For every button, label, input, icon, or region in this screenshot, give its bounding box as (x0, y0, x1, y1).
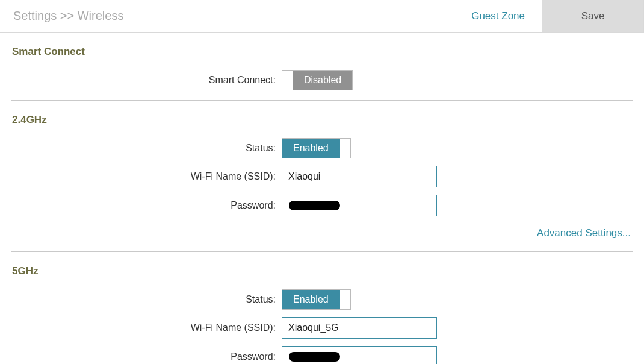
section-title-5ghz: 5GHz (11, 252, 633, 286)
top-bar: Settings >> Wireless Guest Zone Save (0, 0, 644, 33)
row-5-ssid: Wi-Fi Name (SSID): (11, 313, 633, 342)
input-24-ssid[interactable] (282, 166, 437, 187)
row-5-status: Status: Enabled (11, 286, 633, 313)
content-area: Smart Connect Smart Connect: Disabled 2.… (0, 33, 644, 364)
toggle-label: Disabled (293, 71, 352, 90)
input-24-password[interactable] (282, 195, 437, 216)
label-24-password: Password: (11, 200, 282, 211)
row-24-password: Password: (11, 191, 633, 220)
toggle-handle (339, 290, 350, 309)
section-title-24ghz: 2.4GHz (11, 101, 633, 134)
label-5-status: Status: (11, 294, 282, 305)
row-5-password: Password: (11, 342, 633, 364)
label-smart-connect: Smart Connect: (11, 75, 282, 86)
toggle-smart-connect[interactable]: Disabled (282, 70, 353, 90)
label-5-password: Password: (11, 351, 282, 362)
toggle-label: Enabled (282, 290, 339, 309)
toggle-label: Enabled (282, 139, 339, 158)
section-title-smart-connect: Smart Connect (11, 33, 633, 66)
input-5-ssid[interactable] (282, 317, 437, 339)
redacted-password-icon (289, 352, 340, 362)
breadcrumb: Settings >> Wireless (0, 0, 454, 32)
save-button[interactable]: Save (542, 0, 644, 32)
redacted-password-icon (289, 201, 340, 210)
label-24-ssid: Wi-Fi Name (SSID): (11, 171, 282, 182)
label-5-ssid: Wi-Fi Name (SSID): (11, 322, 282, 333)
row-smart-connect: Smart Connect: Disabled (11, 66, 633, 94)
row-24-ssid: Wi-Fi Name (SSID): (11, 162, 633, 191)
guest-zone-button[interactable]: Guest Zone (454, 0, 542, 32)
toggle-24-status[interactable]: Enabled (282, 138, 351, 158)
label-24-status: Status: (11, 143, 282, 154)
input-5-password[interactable] (282, 346, 437, 364)
toggle-handle (282, 71, 293, 90)
row-24-status: Status: Enabled (11, 134, 633, 162)
toggle-5-status[interactable]: Enabled (282, 289, 351, 310)
link-24-advanced[interactable]: Advanced Settings... (11, 220, 633, 245)
toggle-handle (339, 139, 350, 158)
